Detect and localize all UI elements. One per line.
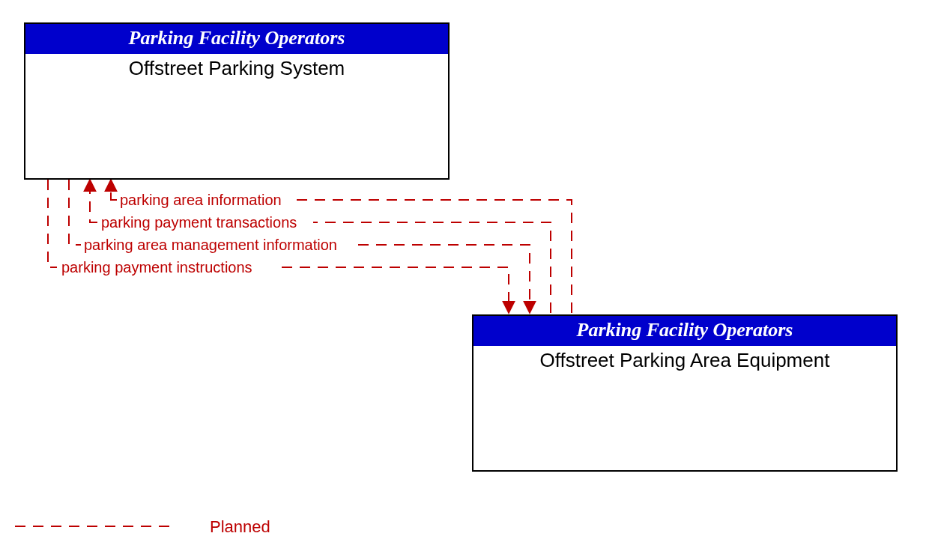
flow-label-parking-payment-instructions: parking payment instructions <box>61 259 252 276</box>
entity-header: Parking Facility Operators <box>25 24 448 54</box>
entity-title: Offstreet Parking System <box>25 54 448 83</box>
legend-planned-label: Planned <box>210 517 270 537</box>
entity-header: Parking Facility Operators <box>473 316 896 346</box>
flow-label-parking-area-information: parking area information <box>120 192 282 209</box>
flow-label-parking-payment-transactions: parking payment transactions <box>101 214 297 231</box>
flow-label-parking-area-management-information: parking area management information <box>84 237 337 254</box>
entity-title: Offstreet Parking Area Equipment <box>473 346 896 375</box>
entity-offstreet-parking-system: Parking Facility Operators Offstreet Par… <box>24 22 450 180</box>
entity-offstreet-parking-area-equipment: Parking Facility Operators Offstreet Par… <box>472 314 898 472</box>
